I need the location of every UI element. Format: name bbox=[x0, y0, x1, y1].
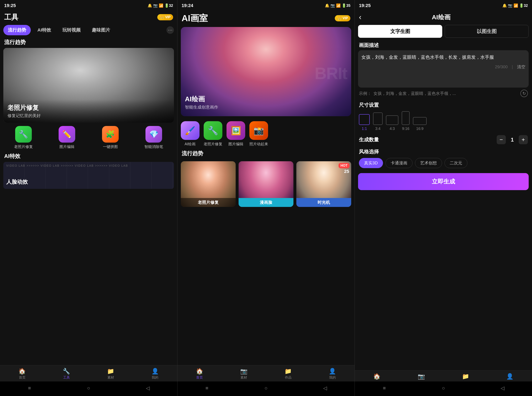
bottom-nav-3: 🏠 📷 📁 👤 bbox=[355, 370, 532, 381]
count-plus-btn[interactable]: + bbox=[519, 135, 528, 144]
ai-featured-card[interactable]: BRIt AI绘画 智能生成创意画作 bbox=[181, 27, 351, 116]
watermark-text: BRIt bbox=[315, 64, 347, 83]
folder-icon-3: 📁 bbox=[462, 373, 469, 380]
sys-menu-3[interactable]: ≡ bbox=[380, 384, 389, 393]
nav-profile-label-1: 我的 bbox=[152, 375, 158, 380]
nav-assets-label-1: 素材 bbox=[108, 375, 114, 380]
trend-label-restore: 老照片修复 bbox=[181, 198, 236, 207]
nav-tools-1[interactable]: 🔧 工具 bbox=[44, 368, 89, 380]
size-box-3-4 bbox=[373, 112, 383, 125]
vip-label-1: VIP bbox=[165, 15, 171, 19]
time-3: 19:25 bbox=[359, 3, 371, 8]
sys-home-3[interactable]: ○ bbox=[439, 384, 448, 393]
tool-item-restore[interactable]: 🔧 老照片修复 bbox=[3, 126, 43, 149]
menu-icon-3: 🏠 bbox=[373, 373, 381, 380]
p2-label-animate: 照片动起来 bbox=[249, 141, 268, 146]
generate-button[interactable]: 立即生成 bbox=[358, 173, 529, 190]
style-anime[interactable]: 二次元 bbox=[444, 158, 467, 168]
sys-back-3[interactable]: ◁ bbox=[498, 384, 507, 393]
style-art[interactable]: 艺术创想 bbox=[415, 158, 442, 168]
tab-img-to-img[interactable]: 以图生图 bbox=[445, 25, 529, 38]
tab-trending[interactable]: 流行趋势 bbox=[3, 25, 31, 35]
time-2: 19:24 bbox=[182, 3, 193, 8]
p2-tool-animate[interactable]: 📸 照片动起来 bbox=[249, 121, 268, 146]
nav-folder-2[interactable]: 📁 作品 bbox=[266, 368, 310, 380]
p1-header: 工具 👑 VIP bbox=[0, 10, 177, 23]
description-textarea[interactable]: 女孩，刘海，金发，蓝眼睛，蓝色水手领，长发，披肩发，水手服 29/300 | 清… bbox=[358, 50, 529, 87]
status-icons-1: 🔔 📷 📶 🔋🔔 📷 📶 🔋3232 bbox=[148, 3, 173, 8]
p2-tool-edit[interactable]: 🖼️ 图片编辑 bbox=[227, 121, 245, 146]
trend-card-cartoon[interactable]: 漫画脸 bbox=[239, 161, 293, 207]
hot-badge: HOT bbox=[339, 163, 350, 168]
size-options: 1:1 3:4 4:3 9:16 16:9 bbox=[359, 111, 528, 131]
char-count: 29/300 bbox=[495, 64, 508, 69]
more-button[interactable]: ⋯ bbox=[167, 26, 174, 34]
vip-badge-1[interactable]: 👑 VIP bbox=[157, 14, 173, 20]
p2-header: AI画室 👑 VIP bbox=[178, 10, 355, 25]
size-box-1-1 bbox=[359, 114, 370, 125]
nav-menu-3[interactable]: 🏠 bbox=[355, 373, 399, 380]
time-1: 19:25 bbox=[4, 3, 16, 8]
p2-label-edit: 图片编辑 bbox=[228, 141, 243, 146]
nav-cam-3[interactable]: 📷 bbox=[399, 373, 443, 380]
p2-tool-ai-draw[interactable]: 🖌️ AI绘画 bbox=[181, 121, 199, 146]
tab-ai-effects[interactable]: AI特效 bbox=[33, 25, 56, 35]
profile-icon-1: 👤 bbox=[151, 368, 159, 375]
tool-item-erase[interactable]: 💎 智能消除笔 bbox=[134, 126, 174, 149]
nav-folder-3[interactable]: 📁 bbox=[443, 373, 488, 380]
style-3d[interactable]: 真实3D bbox=[359, 158, 383, 168]
size-option-4-3[interactable]: 4:3 bbox=[386, 115, 398, 131]
description-text[interactable]: 女孩，刘海，金发，蓝眼睛，蓝色水手领，长发，披肩发，水手服 bbox=[361, 53, 525, 61]
trend-card-restore[interactable]: 老照片修复 bbox=[181, 161, 236, 207]
style-cartoon[interactable]: 卡通漫画 bbox=[385, 158, 412, 168]
p2-tool-restore[interactable]: 🔧 老照片修复 bbox=[204, 121, 222, 146]
tab-video[interactable]: 玩转视频 bbox=[58, 25, 85, 35]
nav-assets-1[interactable]: 📁 素材 bbox=[89, 368, 133, 380]
sys-menu-2[interactable]: ≡ bbox=[202, 384, 212, 393]
nav-home-1[interactable]: 🏠 首页 bbox=[0, 368, 44, 380]
nav-profile-3[interactable]: 👤 bbox=[488, 373, 532, 380]
tab-text-to-img[interactable]: 文字生图 bbox=[358, 25, 442, 38]
refresh-button[interactable]: ↻ bbox=[520, 90, 528, 97]
banner-main-title: 老照片修复 bbox=[7, 104, 170, 112]
size-label-1-1: 1:1 bbox=[362, 127, 367, 131]
example-label: 示例： bbox=[359, 91, 371, 96]
size-option-3-4[interactable]: 3:4 bbox=[373, 112, 383, 131]
crown-icon-2: 👑 bbox=[337, 16, 342, 21]
trending-banner[interactable]: 老照片修复 修复记忆里的美好 bbox=[3, 48, 174, 123]
vip-badge-2[interactable]: 👑 VIP bbox=[335, 15, 351, 21]
bottom-nav-1: 🏠 首页 🔧 工具 📁 素材 👤 我的 bbox=[0, 365, 177, 381]
clear-button[interactable]: 清空 bbox=[517, 64, 525, 70]
size-option-1-1[interactable]: 1:1 bbox=[359, 114, 370, 131]
back-button[interactable]: ‹ bbox=[359, 13, 361, 22]
tool-icon-collage: 🧩 bbox=[102, 126, 119, 143]
nav-profile-2[interactable]: 👤 我的 bbox=[310, 368, 354, 380]
nav-tools-label-1: 工具 bbox=[63, 375, 70, 380]
tool-item-collage[interactable]: 🧩 一键拼图 bbox=[90, 126, 130, 149]
home-icon-2: 🏠 bbox=[196, 368, 203, 375]
video-lab-strip[interactable]: VIDEO LAB >>>>>> VIDEO LAB >>>>>> VIDEO … bbox=[3, 162, 174, 189]
sys-back-1[interactable]: ◁ bbox=[143, 384, 152, 393]
trending-list: 老照片修复 漫画脸 HOT 25 时光机 bbox=[178, 159, 355, 209]
p2-icon-ai-draw: 🖌️ bbox=[181, 121, 199, 140]
sys-nav-2: ≡ ○ ◁ bbox=[178, 381, 355, 396]
sys-back-2[interactable]: ◁ bbox=[320, 384, 330, 393]
nav-home-2[interactable]: 🏠 首页 bbox=[178, 368, 222, 380]
status-icons-3: 🔔 📷 📶 🔋32 bbox=[502, 3, 528, 8]
tab-fun-pics[interactable]: 趣味图片 bbox=[87, 25, 115, 35]
p2-label-restore: 老照片修复 bbox=[204, 141, 222, 146]
nav-camera-2[interactable]: 📷 素材 bbox=[222, 368, 266, 380]
size-option-9-16[interactable]: 9:16 bbox=[402, 111, 410, 131]
p3-title: AI绘画 bbox=[365, 13, 517, 22]
size-label-3-4: 3:4 bbox=[375, 127, 381, 131]
status-bar-1: 19:25 🔔 📷 📶 🔋🔔 📷 📶 🔋3232 bbox=[0, 0, 177, 10]
trend-card-timemachine[interactable]: HOT 25 时光机 bbox=[296, 161, 351, 207]
sys-home-2[interactable]: ○ bbox=[261, 384, 271, 393]
nav-profile-1[interactable]: 👤 我的 bbox=[133, 368, 177, 380]
size-option-16-9[interactable]: 16:9 bbox=[413, 117, 427, 131]
count-minus-btn[interactable]: − bbox=[497, 135, 506, 144]
sys-menu-1[interactable]: ≡ bbox=[25, 384, 34, 393]
tool-item-edit[interactable]: ✏️ 图片编辑 bbox=[47, 126, 87, 149]
size-box-9-16 bbox=[402, 111, 410, 125]
sys-home-1[interactable]: ○ bbox=[84, 384, 93, 393]
